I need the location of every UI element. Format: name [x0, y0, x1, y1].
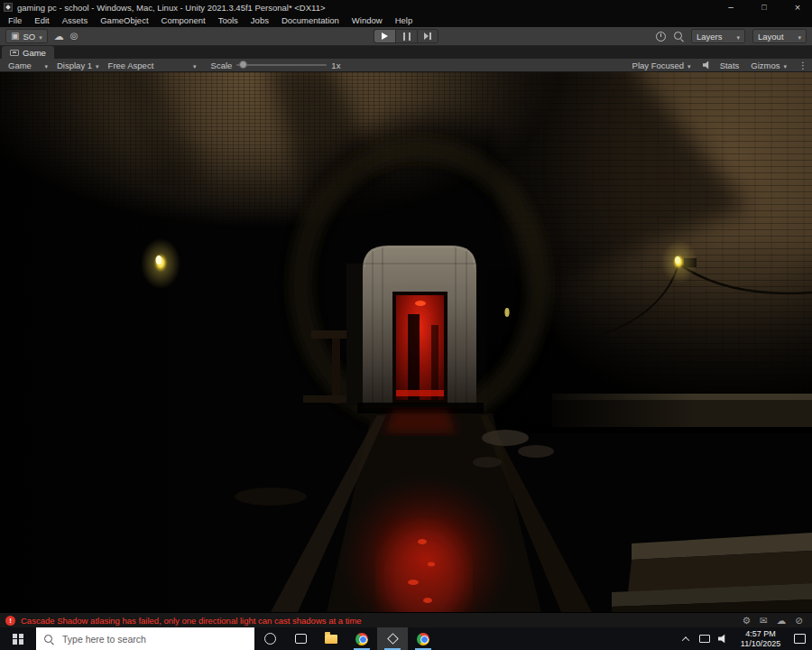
- play-focused-label: Play Focused: [632, 60, 685, 70]
- mute-audio-icon[interactable]: [703, 60, 712, 70]
- unity-editor-window: gaming pc - school - Windows, Mac, Linux…: [0, 0, 812, 650]
- scale-slider-knob[interactable]: [239, 60, 247, 69]
- scale-control: Scale 1x: [211, 60, 341, 70]
- stats-button[interactable]: Stats: [720, 60, 740, 70]
- menu-assets[interactable]: Assets: [56, 14, 95, 27]
- folder-icon: [325, 635, 337, 644]
- console-error-message[interactable]: Cascade Shadow atlasing has failed, only…: [21, 616, 362, 626]
- menu-gameobject[interactable]: GameObject: [94, 14, 154, 27]
- status-bar-icons: ⚙ ✉ ☁ ⊘: [742, 616, 807, 626]
- menu-file[interactable]: File: [2, 14, 28, 27]
- gizmos-label: Gizmos: [751, 60, 780, 70]
- chevron-down-icon: [96, 60, 99, 70]
- volume-button[interactable]: [714, 627, 733, 650]
- menu-tools[interactable]: Tools: [212, 14, 245, 27]
- clock[interactable]: 4:57 PM 11/10/2025: [733, 629, 789, 648]
- display-mode-dropdown[interactable]: Game: [5, 59, 51, 72]
- speaker-icon: [718, 634, 728, 644]
- touch-keyboard-button[interactable]: [695, 627, 714, 650]
- layout-label: Layout: [758, 32, 784, 42]
- file-explorer-button[interactable]: [316, 627, 346, 650]
- aspect-ratio-label: Free Aspect: [108, 60, 154, 70]
- layers-dropdown[interactable]: Layers: [691, 29, 745, 43]
- action-center-icon[interactable]: [794, 634, 806, 644]
- close-button[interactable]: [783, 0, 812, 14]
- cloud-status-icon[interactable]: ☁: [777, 616, 787, 626]
- chevron-down-icon: [687, 60, 691, 70]
- system-tray: 4:57 PM 11/10/2025: [676, 627, 812, 650]
- keyboard-icon: [699, 635, 710, 643]
- playmode-controls: [374, 29, 438, 43]
- account-button[interactable]: ▣ SO: [5, 29, 48, 43]
- chevron-down-icon: [783, 60, 787, 70]
- minimize-button[interactable]: [716, 0, 745, 14]
- chevron-up-icon: [681, 636, 688, 644]
- chevron-down-icon: [736, 32, 740, 42]
- hidden-icons-button[interactable]: [676, 627, 695, 650]
- game-view-icon: [10, 50, 19, 56]
- chrome-icon: [417, 633, 429, 645]
- step-button[interactable]: [417, 29, 438, 43]
- windows-taskbar: 4:57 PM 11/10/2025: [0, 627, 812, 650]
- start-button[interactable]: [0, 627, 36, 650]
- layout-dropdown[interactable]: Layout: [752, 29, 807, 43]
- chevron-down-icon: [44, 60, 48, 70]
- window-title: gaming pc - school - Windows, Mac, Linux…: [17, 3, 325, 13]
- chevron-down-icon: [798, 32, 801, 42]
- step-icon: [424, 32, 431, 40]
- account-label: SO: [23, 32, 35, 42]
- play-focused-dropdown[interactable]: Play Focused: [629, 59, 695, 72]
- menu-jobs[interactable]: Jobs: [245, 14, 275, 27]
- unity-logo-icon: [4, 3, 13, 12]
- menu-help[interactable]: Help: [389, 14, 420, 27]
- chevron-down-icon: [193, 60, 197, 70]
- message-icon[interactable]: ✉: [760, 616, 768, 626]
- menu-documentation[interactable]: Documentation: [275, 14, 346, 27]
- maximize-button[interactable]: [750, 0, 779, 14]
- scale-slider[interactable]: [236, 64, 327, 66]
- cortana-button[interactable]: [254, 627, 285, 650]
- services-icon[interactable]: ◎: [70, 32, 78, 41]
- windows-logo-icon: [13, 634, 23, 645]
- task-view-button[interactable]: [285, 627, 316, 650]
- unity-taskbar-button[interactable]: [377, 627, 408, 650]
- game-view-toolbar: Game Display 1 Free Aspect Scale 1x Play…: [0, 59, 812, 72]
- settings-icon[interactable]: ⚙: [742, 616, 750, 626]
- game-scene: [0, 72, 812, 612]
- game-toolbar-right: Play Focused Stats Gizmos: [629, 59, 807, 72]
- account-icon: ▣: [11, 32, 19, 41]
- toolbar-left-group: ▣ SO ☁ ◎: [5, 29, 78, 43]
- gizmos-dropdown[interactable]: Gizmos: [747, 59, 790, 72]
- tab-strip: Game: [0, 46, 812, 59]
- display-mode-label: Game: [8, 60, 32, 70]
- search-icon[interactable]: [673, 31, 684, 42]
- tab-game[interactable]: Game: [2, 46, 54, 59]
- pause-button[interactable]: [395, 29, 417, 43]
- game-viewport[interactable]: [0, 72, 812, 612]
- status-bar: Cascade Shadow atlasing has failed, only…: [0, 612, 812, 627]
- play-icon: [382, 32, 388, 40]
- taskbar-search[interactable]: [36, 627, 254, 650]
- menu-component[interactable]: Component: [155, 14, 212, 27]
- notifications-icon[interactable]: ⊘: [795, 616, 803, 626]
- unity-icon: [387, 633, 399, 645]
- aspect-ratio-dropdown[interactable]: Free Aspect: [105, 59, 200, 72]
- chrome-profile-button[interactable]: [408, 627, 438, 650]
- game-tab-label: Game: [23, 48, 46, 58]
- layers-label: Layers: [697, 32, 723, 42]
- menu-edit[interactable]: Edit: [28, 14, 55, 27]
- display-target-dropdown[interactable]: Display 1: [53, 59, 103, 72]
- scale-value: 1x: [331, 60, 340, 70]
- pause-icon: [403, 32, 411, 41]
- play-button[interactable]: [374, 29, 395, 43]
- search-icon: [43, 634, 54, 645]
- main-toolbar: ▣ SO ☁ ◎ Layers Layout: [0, 27, 812, 46]
- menu-window[interactable]: Window: [346, 14, 389, 27]
- menu-bar: File Edit Assets GameObject Component To…: [0, 14, 812, 27]
- cloud-icon[interactable]: ☁: [54, 32, 64, 42]
- search-input[interactable]: [60, 633, 247, 645]
- toolbar-right-group: Layers Layout: [656, 29, 807, 43]
- chrome-button[interactable]: [346, 627, 377, 650]
- undo-history-icon[interactable]: [656, 32, 666, 42]
- more-options-icon[interactable]: [798, 60, 807, 70]
